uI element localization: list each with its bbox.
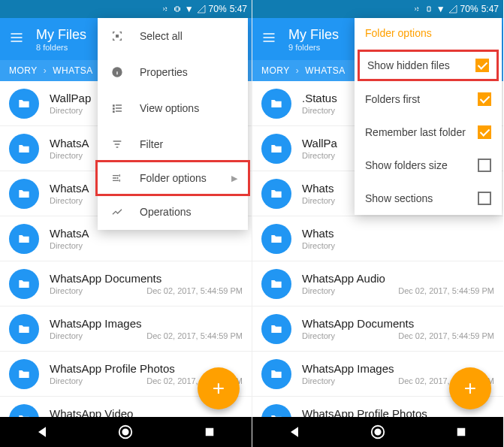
folder-icon [261, 179, 291, 209]
bluetooth-icon [161, 5, 170, 14]
menu-icon[interactable] [261, 30, 276, 48]
nav-bar [0, 417, 252, 447]
option-show-sections[interactable]: Show sections [355, 182, 502, 215]
item-date: Dec 02, 2017, 5:44:59 PM [146, 331, 243, 340]
menu-label: Filter [140, 138, 163, 150]
tune-icon [108, 172, 126, 184]
wifi-icon: ▼ [436, 4, 445, 14]
item-name: WhatsApp Documents [50, 272, 243, 285]
option-remember[interactable]: Remember last folder [355, 116, 502, 149]
folder-icon [9, 314, 39, 344]
item-type: Directory [50, 196, 83, 205]
list-item[interactable]: WhatsApp DocumentsDirectoryDec 02, 2017,… [0, 261, 252, 307]
folder-icon [261, 224, 291, 254]
battery-text: 70% [209, 4, 227, 14]
option-folders-first[interactable]: Folders first [355, 83, 502, 116]
checkbox-icon[interactable] [478, 192, 491, 205]
folder-icon [261, 134, 291, 164]
battery-text: 70% [460, 4, 478, 14]
folder-icon [261, 314, 291, 344]
item-type: Directory [50, 331, 83, 340]
svg-point-5 [375, 429, 380, 434]
checkbox-icon[interactable] [478, 159, 491, 172]
recent-button[interactable] [452, 423, 470, 441]
folder-icon [261, 359, 291, 389]
home-button[interactable] [369, 423, 387, 441]
folder-icon [9, 359, 39, 389]
bluetooth-icon [412, 5, 421, 14]
fab-add[interactable]: + [198, 367, 240, 409]
menu-label: Properties [140, 66, 188, 78]
status-bar: ▼ 70% 5:47 [252, 0, 503, 18]
menu-icon[interactable] [9, 30, 24, 48]
menu-filter[interactable]: Filter [98, 126, 248, 162]
item-type: Directory [50, 241, 83, 250]
menu-label: Select all [140, 30, 183, 42]
context-menu: Select all Properties View options Filte… [98, 18, 248, 230]
item-type: Directory [302, 106, 335, 115]
svg-point-2 [123, 429, 128, 434]
option-show-hidden[interactable]: Show hidden files [358, 50, 499, 81]
checkbox-icon[interactable] [478, 125, 491, 139]
menu-label: Operations [140, 206, 191, 218]
option-label: Show sections [365, 192, 433, 204]
vibrate-icon [424, 5, 433, 14]
list-item[interactable]: WhatsApp AudioDirectoryDec 02, 2017, 5:4… [252, 261, 503, 307]
signal-icon [448, 5, 457, 14]
breadcrumb-seg[interactable]: MORY [9, 65, 38, 76]
folder-icon [9, 224, 39, 254]
home-button[interactable] [116, 423, 134, 441]
item-type: Directory [302, 196, 335, 205]
status-bar: ▼ 70% 5:47 [0, 0, 252, 18]
timeline-icon [108, 206, 126, 218]
popup-title: Folder options [355, 18, 502, 48]
folder-icon [9, 179, 39, 209]
app-subtitle: 8 folders [36, 43, 86, 52]
back-button[interactable] [33, 423, 51, 441]
option-label: Show folders size [365, 159, 448, 171]
chevron-right-icon: › [44, 65, 47, 76]
back-button[interactable] [285, 423, 303, 441]
signal-icon [197, 5, 206, 14]
chevron-right-icon: › [296, 65, 300, 76]
item-type: Directory [302, 331, 335, 340]
breadcrumb-seg[interactable]: WHATSA [305, 65, 345, 76]
option-show-size[interactable]: Show folders size [355, 149, 502, 182]
phone-right: ▼ 70% 5:47 My Files 9 folders MORY › WHA… [252, 0, 503, 447]
item-name: WhatsApp Documents [302, 317, 494, 330]
filter-icon [108, 138, 126, 150]
recent-button[interactable] [201, 423, 219, 441]
app-title: My Files [288, 27, 339, 43]
app-subtitle: 9 folders [288, 43, 339, 52]
chevron-right-icon: ▶ [231, 174, 237, 183]
svg-rect-6 [457, 428, 466, 436]
item-date: Dec 02, 2017, 5:44:59 PM [398, 331, 494, 340]
item-date: Dec 02, 2017, 5:44:59 PM [146, 286, 243, 295]
breadcrumb-seg[interactable]: WHATSA [53, 65, 92, 76]
option-label: Folders first [365, 93, 420, 105]
menu-properties[interactable]: Properties [98, 54, 248, 90]
menu-folder-options[interactable]: Folder options ▶ [95, 160, 250, 196]
folder-icon [261, 269, 291, 299]
item-type: Directory [302, 151, 335, 160]
item-type: Directory [302, 376, 335, 385]
list-item[interactable]: WhatsApp DocumentsDirectoryDec 02, 2017,… [252, 307, 503, 352]
wifi-icon: ▼ [185, 4, 194, 14]
clock-text: 5:47 [481, 4, 499, 14]
item-name: Whats [302, 227, 494, 240]
folder-icon [9, 134, 39, 164]
menu-view-options[interactable]: View options [98, 90, 248, 126]
checkbox-icon[interactable] [478, 92, 491, 106]
breadcrumb-seg[interactable]: MORY [261, 65, 290, 76]
menu-operations[interactable]: Operations [98, 194, 248, 230]
fab-add[interactable]: + [449, 367, 491, 409]
menu-select-all[interactable]: Select all [98, 18, 248, 54]
list-item[interactable]: WhatsApp ImagesDirectoryDec 02, 2017, 5:… [0, 307, 252, 352]
phone-left: ▼ 70% 5:47 My Files 8 folders MORY › WHA… [0, 0, 252, 447]
app-title: My Files [36, 27, 86, 43]
checkbox-icon[interactable] [475, 59, 489, 72]
menu-label: Folder options [140, 172, 207, 184]
vibrate-icon [173, 5, 182, 14]
info-icon [108, 66, 126, 78]
list-item[interactable]: WhatsDirectory [252, 216, 503, 261]
